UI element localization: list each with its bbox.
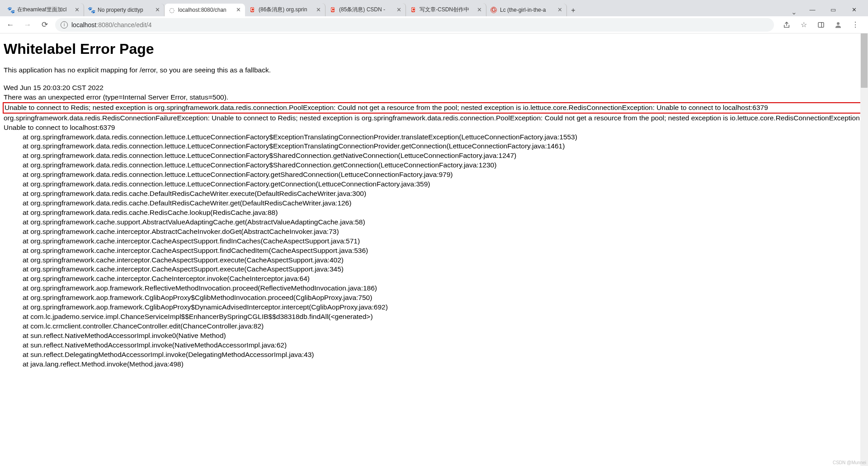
tab-title: No property dicttyp [98,7,151,13]
reload-button[interactable]: ⟳ [38,18,52,32]
stack-frame: at org.springframework.data.redis.connec… [4,142,864,151]
close-window-button[interactable]: ✕ [844,3,864,16]
csdn-icon: C [410,6,417,14]
stack-frame: at sun.reflect.DelegatingMethodAccessorI… [4,350,864,360]
tab-title: localhost:8080/chan [178,7,232,13]
full-exception: org.springframework.data.redis.RedisConn… [4,114,864,133]
vertical-scrollbar[interactable] [860,33,868,466]
close-icon[interactable]: ✕ [154,7,160,13]
stack-frame: at java.lang.reflect.Method.invoke(Metho… [4,360,864,369]
error-block: Wed Jun 15 20:03:20 CST 2022 There was a… [4,83,864,369]
tab-strip: 🐾在theamleaf里面加cl✕🐾No property dicttyp✕◌l… [0,0,868,16]
page-title: Whitelabel Error Page [4,41,864,57]
tabs-dropdown-icon[interactable]: ⌄ [786,8,802,16]
highlighted-exception: Unable to connect to Redis; nested excep… [3,102,865,114]
timestamp: Wed Jun 15 20:03:20 CST 2022 [4,83,864,93]
paw-icon: 🐾 [88,6,95,14]
url-text: localhost:8080/chance/edit/4 [71,21,151,29]
tab-title: Lc (the-girl-in-the-a [500,7,554,13]
menu-icon[interactable]: ⋮ [849,19,862,31]
tab-6[interactable]: GLc (the-girl-in-the-a✕ [486,4,567,16]
share-icon[interactable] [780,19,793,31]
scrollbar-thumb[interactable] [861,33,868,88]
stack-frame: at org.springframework.aop.framework.Cgl… [4,293,864,303]
svg-rect-0 [818,22,824,27]
stack-frame: at org.springframework.data.redis.cache.… [4,199,864,208]
minimize-button[interactable]: — [802,3,823,16]
back-button[interactable]: ← [4,18,17,32]
stack-frame: at org.springframework.cache.interceptor… [4,274,864,284]
stack-trace: at org.springframework.data.redis.connec… [4,133,864,369]
tab-4[interactable]: C(85条消息) CSDN - ✕ [326,3,406,16]
close-icon[interactable]: ✕ [235,7,241,13]
stack-frame: at org.springframework.cache.interceptor… [4,246,864,256]
stack-frame: at sun.reflect.NativeMethodAccessorImpl.… [4,341,864,350]
stack-frame: at org.springframework.cache.support.Abs… [4,218,864,227]
site-info-icon[interactable]: i [61,21,68,29]
stack-frame: at org.springframework.aop.framework.Ref… [4,284,864,293]
side-panel-icon[interactable] [815,19,827,31]
error-summary: There was an unexpected error (type=Inte… [4,93,864,102]
stack-frame: at org.springframework.aop.framework.Cgl… [4,303,864,312]
close-icon[interactable]: ✕ [396,7,402,13]
stack-frame: at sun.reflect.NativeMethodAccessorImpl.… [4,331,864,341]
csdn-icon: C [329,6,336,14]
toolbar: ← → ⟳ i localhost:8080/chance/edit/4 ☆ ⋮ [0,16,868,33]
stack-frame: at org.springframework.data.redis.connec… [4,161,864,170]
svg-point-2 [837,22,840,25]
bookmark-star-icon[interactable]: ☆ [797,19,810,31]
stack-frame: at org.springframework.data.redis.connec… [4,151,864,161]
forward-button[interactable]: → [21,18,34,32]
watermark: CSDN @Munnei [833,460,866,465]
tab-title: (85条消息) CSDN - [339,6,393,14]
tab-title: 在theamleaf里面加cl [17,6,71,14]
stack-frame: at com.lc.jpademo.service.impl.ChanceSer… [4,312,864,322]
close-icon[interactable]: ✕ [74,7,80,13]
new-tab-button[interactable]: + [567,5,580,16]
stack-frame: at org.springframework.data.redis.connec… [4,170,864,180]
page-content: Whitelabel Error Page This application h… [0,33,868,466]
stack-frame: at org.springframework.cache.interceptor… [4,237,864,246]
tab-2[interactable]: ◌localhost:8080/chan✕ [165,4,245,16]
globe-icon: ◌ [168,6,175,14]
tab-5[interactable]: C写文章-CSDN创作中✕ [406,3,486,16]
stack-frame: at org.springframework.data.redis.cache.… [4,208,864,218]
tab-title: 写文章-CSDN创作中 [420,6,473,14]
close-icon[interactable]: ✕ [557,7,563,13]
tab-0[interactable]: 🐾在theamleaf里面加cl✕ [4,3,84,16]
stack-frame: at org.springframework.cache.interceptor… [4,265,864,274]
browser-chrome: 🐾在theamleaf里面加cl✕🐾No property dicttyp✕◌l… [0,0,868,33]
stack-frame: at org.springframework.data.redis.connec… [4,180,864,189]
profile-icon[interactable] [832,19,844,31]
csdn-icon: C [249,6,256,14]
paw-icon: 🐾 [7,6,14,14]
stack-frame: at org.springframework.data.redis.connec… [4,133,864,142]
gitee-icon: G [490,6,497,14]
toolbar-actions: ☆ ⋮ [778,19,864,31]
close-icon[interactable]: ✕ [315,7,321,13]
viewport: Whitelabel Error Page This application h… [0,33,868,466]
stack-frame: at com.lc.crmclient.controller.ChanceCon… [4,322,864,331]
stack-frame: at org.springframework.cache.interceptor… [4,256,864,265]
tab-title: (86条消息) org.sprin [259,6,312,14]
maximize-button[interactable]: ▭ [823,3,844,16]
intro-text: This application has no explicit mapping… [4,66,864,75]
address-bar[interactable]: i localhost:8080/chance/edit/4 [55,18,774,32]
stack-frame: at org.springframework.cache.interceptor… [4,227,864,237]
close-icon[interactable]: ✕ [476,7,482,13]
tab-1[interactable]: 🐾No property dicttyp✕ [84,4,165,16]
tab-3[interactable]: C(86条消息) org.sprin✕ [245,3,326,16]
stack-frame: at org.springframework.data.redis.cache.… [4,189,864,199]
